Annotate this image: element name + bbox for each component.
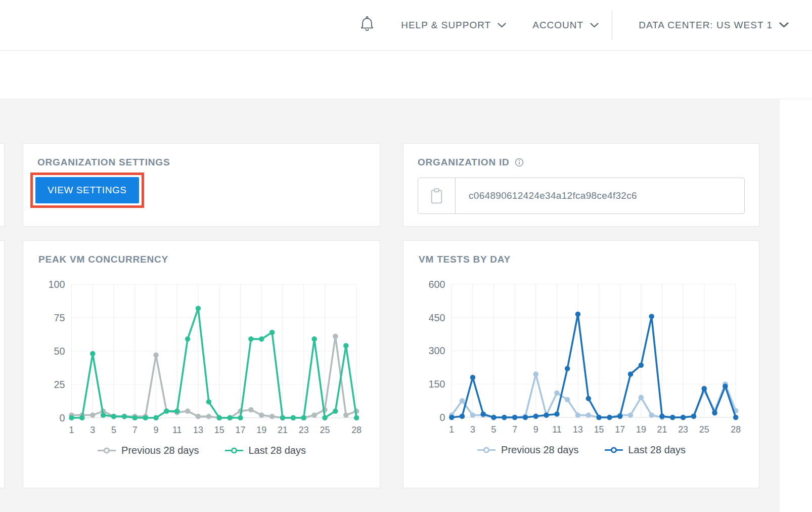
vm-tests-by-day-chart: 015030045060013579111315171921232528: [419, 275, 744, 441]
svg-text:17: 17: [236, 425, 246, 435]
account-label: ACCOUNT: [532, 20, 583, 31]
svg-text:25: 25: [320, 425, 330, 435]
page: HELP & SUPPORT ACCOUNT DATA CENTER: US W…: [0, 0, 812, 512]
clipboard-icon: [430, 188, 443, 204]
organization-settings-title: ORGANIZATION SETTINGS: [37, 157, 366, 168]
legend-marker-icon: [224, 447, 244, 454]
chart-title: PEAK VM CONCURRENCY: [38, 254, 365, 265]
view-settings-button[interactable]: VIEW SETTINGS: [35, 177, 139, 203]
legend-label: Previous 28 days: [501, 444, 578, 456]
svg-text:21: 21: [657, 424, 667, 435]
legend-item[interactable]: Last 28 days: [224, 445, 306, 456]
annotation-highlight-box: VIEW SETTINGS: [30, 173, 144, 208]
svg-text:13: 13: [573, 424, 583, 435]
svg-text:100: 100: [49, 279, 65, 290]
nav-divider: [612, 11, 612, 40]
svg-text:19: 19: [636, 424, 646, 435]
legend-marker-icon: [604, 446, 623, 454]
organization-id-field: c064890612424e34a12fca98ce4f32c6: [418, 178, 745, 214]
organization-id-title: ORGANIZATION ID: [418, 157, 510, 168]
data-center-label: DATA CENTER: US WEST 1: [639, 20, 773, 31]
svg-text:7: 7: [132, 425, 138, 435]
main-content: ORGANIZATION SETTINGS VIEW SETTINGS ORGA…: [0, 99, 812, 512]
legend-item[interactable]: Previous 28 days: [97, 445, 199, 456]
legend-item[interactable]: Previous 28 days: [477, 444, 578, 456]
svg-text:9: 9: [154, 425, 159, 435]
notifications-button[interactable]: [359, 16, 375, 34]
svg-text:75: 75: [54, 312, 65, 323]
svg-text:15: 15: [594, 424, 604, 435]
svg-text:23: 23: [678, 424, 688, 435]
svg-text:11: 11: [172, 425, 182, 435]
svg-text:5: 5: [111, 425, 116, 435]
peak-vm-concurrency-chart: 025507510013579111315171921232528: [38, 275, 365, 442]
organization-id-card: ORGANIZATION ID c064890612424e34a: [403, 143, 759, 227]
chart-legend: Previous 28 daysLast 28 days: [419, 444, 744, 456]
account-menu[interactable]: ACCOUNT: [532, 20, 599, 31]
chevron-down-icon: [498, 23, 506, 28]
svg-text:25: 25: [699, 424, 709, 435]
svg-text:600: 600: [428, 279, 445, 290]
top-nav: HELP & SUPPORT ACCOUNT DATA CENTER: US W…: [0, 0, 812, 51]
svg-text:5: 5: [491, 424, 497, 435]
cutoff-card-left: [0, 240, 5, 488]
svg-text:3: 3: [90, 425, 95, 435]
chevron-down-icon: [779, 22, 789, 28]
svg-text:450: 450: [428, 312, 445, 323]
svg-text:28: 28: [351, 425, 362, 435]
data-center-menu[interactable]: DATA CENTER: US WEST 1: [639, 20, 789, 31]
svg-text:13: 13: [193, 425, 203, 435]
legend-label: Last 28 days: [628, 444, 686, 456]
svg-text:150: 150: [428, 378, 445, 390]
bell-icon: [359, 16, 375, 32]
svg-text:0: 0: [439, 412, 445, 423]
svg-text:15: 15: [214, 425, 224, 435]
svg-text:17: 17: [615, 424, 625, 435]
svg-text:50: 50: [54, 346, 65, 357]
chart-title: VM TESTS BY DAY: [419, 254, 744, 265]
chart-legend: Previous 28 daysLast 28 days: [38, 445, 365, 456]
cutoff-card-left: [0, 143, 5, 227]
svg-text:1: 1: [449, 424, 454, 435]
svg-text:11: 11: [552, 424, 562, 435]
chevron-down-icon: [590, 23, 599, 28]
subheader: [0, 51, 812, 99]
peak-vm-concurrency-card: PEAK VM CONCURRENCY 02550751001357911131…: [23, 240, 380, 488]
info-icon[interactable]: [515, 158, 524, 167]
svg-text:3: 3: [470, 424, 475, 435]
legend-marker-icon: [477, 446, 496, 454]
svg-text:9: 9: [533, 424, 538, 435]
cards-grid: ORGANIZATION SETTINGS VIEW SETTINGS ORGA…: [23, 143, 812, 488]
svg-text:19: 19: [256, 425, 266, 435]
svg-text:25: 25: [54, 379, 65, 390]
legend-marker-icon: [97, 447, 116, 454]
help-support-menu[interactable]: HELP & SUPPORT: [401, 20, 506, 31]
svg-text:23: 23: [299, 425, 309, 435]
svg-text:1: 1: [69, 425, 74, 435]
copy-to-clipboard-button[interactable]: [418, 178, 456, 214]
svg-text:0: 0: [60, 412, 65, 423]
vm-tests-by-day-card: VM TESTS BY DAY 015030045060013579111315…: [403, 240, 759, 488]
organization-id-value[interactable]: c064890612424e34a12fca98ce4f32c6: [456, 178, 744, 214]
legend-item[interactable]: Last 28 days: [604, 444, 686, 456]
svg-text:28: 28: [731, 424, 741, 435]
svg-text:21: 21: [278, 425, 288, 435]
legend-label: Last 28 days: [249, 445, 306, 456]
legend-label: Previous 28 days: [121, 445, 199, 456]
svg-text:7: 7: [512, 424, 517, 435]
organization-id-header: ORGANIZATION ID: [418, 157, 745, 168]
organization-settings-card: ORGANIZATION SETTINGS VIEW SETTINGS: [23, 143, 380, 227]
svg-text:300: 300: [428, 345, 445, 356]
help-support-label: HELP & SUPPORT: [401, 20, 491, 31]
